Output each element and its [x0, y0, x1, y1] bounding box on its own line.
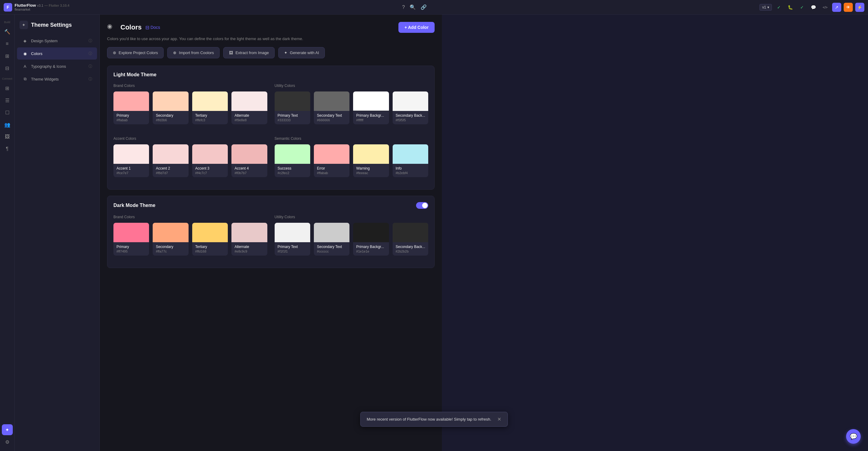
accent4-hex: #f0b7b7	[235, 171, 264, 175]
dark-color-card-primary-bg[interactable]: Primary Backgr... #1e1e1e	[353, 223, 389, 256]
warning-name: Warning	[356, 166, 385, 170]
lightning-btn[interactable]: ⚡	[855, 3, 864, 12]
success-swatch	[275, 144, 310, 164]
generate-ai-button[interactable]: ✦ Generate with AI	[278, 47, 325, 58]
code-btn[interactable]: </>	[820, 3, 830, 12]
color-card-secondary-text[interactable]: Secondary Text #666666	[314, 92, 349, 124]
sidebar-list-icon[interactable]: ☰	[2, 95, 13, 106]
sidebar-build-icon[interactable]: 🔨	[2, 26, 13, 37]
sidebar-people-icon[interactable]: 👥	[2, 119, 13, 130]
color-card-warning[interactable]: Warning #feeeac	[353, 144, 389, 177]
info-hex: #b2ebf4	[396, 171, 425, 175]
explore-colors-button[interactable]: ⊛ Explore Project Colors	[107, 47, 164, 58]
light-semantic-label: Semantic Colors	[275, 136, 429, 141]
dark-color-card-primary[interactable]: Primary #ff7495	[114, 223, 149, 256]
dark-color-card-primary-text[interactable]: Primary Text #f1f1f1	[275, 223, 310, 256]
menu-item-colors[interactable]: ◉ Colors ⓘ	[17, 47, 97, 60]
color-card-primary-bg[interactable]: Primary Backgr... #ffffff	[353, 92, 389, 124]
extract-image-button[interactable]: 🖼 Extract from Image	[223, 47, 275, 58]
color-card-accent4[interactable]: Accent 4 #f0b7b7	[231, 144, 267, 177]
color-card-alternate[interactable]: Alternate #f9e8e8	[231, 92, 267, 124]
link-icon[interactable]: 🔗	[421, 4, 427, 10]
connect-label: Connect	[2, 77, 12, 80]
preview-btn[interactable]: 👁	[844, 3, 853, 12]
dark-secondary-name: Secondary	[156, 245, 185, 249]
sidebar-image-icon[interactable]: 🖼	[2, 131, 13, 142]
share-btn[interactable]: ↗	[832, 3, 841, 12]
menu-item-design-system[interactable]: ◈ Design System ⓘ	[17, 35, 97, 47]
dark-alternate-swatch	[231, 223, 267, 242]
color-card-secondary[interactable]: Secondary #ffd3b6	[153, 92, 188, 124]
page-header: ◉ Colors ⊟ Docs + Add Color	[107, 22, 435, 33]
sidebar-text-icon[interactable]: ¶	[2, 143, 13, 154]
left-panel-header: ✦ Theme Settings	[14, 14, 99, 34]
dark-color-card-tertiary[interactable]: Tertiary #ffd168	[192, 223, 228, 256]
add-color-button[interactable]: + Add Color	[398, 22, 435, 33]
dark-mode-toggle[interactable]	[416, 202, 428, 209]
color-card-primary-text[interactable]: Primary Text #333333	[275, 92, 310, 124]
dark-mode-title: Dark Mode Theme	[114, 203, 155, 208]
color-card-accent1[interactable]: Accent 1 #fce7e7	[114, 144, 149, 177]
secondary-bg-swatch	[393, 92, 428, 111]
design-system-info[interactable]: ⓘ	[89, 38, 92, 43]
chat-floating-button[interactable]: 💬	[846, 429, 861, 444]
color-card-error[interactable]: Error #ffabab	[314, 144, 349, 177]
dark-color-card-alternate[interactable]: Alternate #e8c9c9	[231, 223, 267, 256]
secondary-name: Secondary	[156, 114, 185, 118]
dark-brand-colors: Brand Colors Primary #ff7495 Secondary	[114, 215, 267, 256]
dark-primary-text-swatch	[275, 223, 310, 242]
light-utility-colors: Utility Colors Primary Text #333333 Seco…	[275, 84, 429, 124]
check-btn[interactable]: ✓	[774, 3, 783, 12]
colors-info[interactable]: ⓘ	[89, 51, 92, 56]
check2-btn[interactable]: ✓	[798, 3, 807, 12]
light-accent-semantic-groups: Accent Colors Accent 1 #fce7e7 Accent 2	[114, 136, 428, 183]
accent1-swatch	[114, 144, 149, 164]
sidebar-components-icon[interactable]: ⊞	[2, 51, 13, 61]
primary-text-swatch	[275, 92, 310, 111]
color-card-info[interactable]: Info #b2ebf4	[393, 144, 428, 177]
theme-widgets-info[interactable]: ⓘ	[89, 76, 92, 82]
tertiary-hex: #ffefc3	[195, 118, 225, 122]
success-name: Success	[278, 166, 307, 170]
dark-secondary-swatch	[153, 223, 188, 242]
help-icon[interactable]: ?	[402, 5, 405, 10]
dark-primary-swatch	[114, 223, 149, 242]
import-coolors-button[interactable]: ⊕ Import from Coolors	[167, 47, 220, 58]
sidebar-form-icon[interactable]: ☐	[2, 107, 13, 118]
tertiary-swatch	[192, 92, 228, 111]
toast-close-button[interactable]: ✕	[497, 416, 501, 422]
design-system-label: Design System	[31, 39, 58, 43]
color-card-secondary-bg[interactable]: Secondary Back... #f5f5f5	[393, 92, 428, 124]
chat-topbar-btn[interactable]: 💬	[809, 3, 818, 12]
sidebar-layers-icon[interactable]: ≡	[2, 38, 13, 49]
color-card-accent3[interactable]: Accent 3 #f4c7c7	[192, 144, 228, 177]
color-card-success[interactable]: Success #c2fec2	[275, 144, 310, 177]
success-hex: #c2fec2	[278, 171, 307, 175]
debug-btn[interactable]: 🐛	[786, 3, 795, 12]
extract-icon: 🖼	[229, 51, 233, 55]
dark-color-card-secondary-bg[interactable]: Secondary Back... #2b2b2b	[393, 223, 428, 256]
menu-item-theme-widgets[interactable]: ⧉ Theme Widgets ⓘ	[17, 73, 97, 85]
dark-mode-color-groups: Brand Colors Primary #ff7495 Secondary	[114, 215, 428, 262]
menu-item-typography[interactable]: A Typography & Icons ⓘ	[17, 60, 97, 72]
dark-color-card-secondary[interactable]: Secondary #ffa77c	[153, 223, 188, 256]
version-selector[interactable]: v1 ▾	[760, 4, 772, 11]
secondary-text-name: Secondary Text	[317, 114, 346, 118]
search-icon[interactable]: 🔍	[410, 4, 416, 10]
dark-color-card-secondary-text[interactable]: Secondary Text #cccccc	[314, 223, 349, 256]
sidebar-theme-icon[interactable]: ✦	[2, 424, 13, 435]
color-card-primary[interactable]: Primary #ffabab	[114, 92, 149, 124]
color-card-accent2[interactable]: Accent 2 #f8d7d7	[153, 144, 188, 177]
typography-info[interactable]: ⓘ	[89, 64, 92, 69]
accent3-name: Accent 3	[195, 166, 225, 170]
alternate-swatch	[231, 92, 267, 111]
light-accent-colors: Accent Colors Accent 1 #fce7e7 Accent 2	[114, 136, 267, 177]
color-card-tertiary[interactable]: Tertiary #ffefc3	[192, 92, 228, 124]
extract-label: Extract from Image	[236, 51, 269, 55]
docs-label: Docs	[151, 25, 160, 30]
docs-link[interactable]: ⊟ Docs	[145, 25, 160, 30]
info-name: Info	[396, 166, 425, 170]
sidebar-data-icon[interactable]: ⊟	[2, 63, 13, 73]
sidebar-table-icon[interactable]: ⊞	[2, 83, 13, 94]
sidebar-settings-icon[interactable]: ⚙	[2, 437, 13, 447]
